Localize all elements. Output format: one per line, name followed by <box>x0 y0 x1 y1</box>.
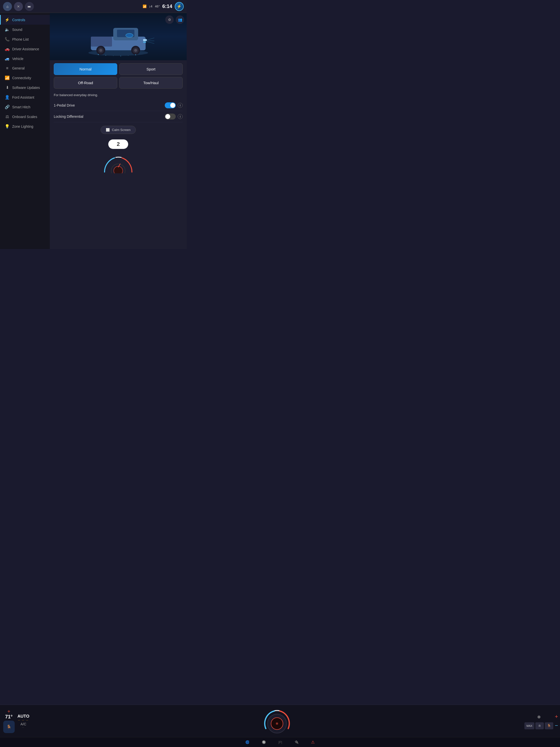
sidebar-item-hitch[interactable]: 🔗 Smart Hitch <box>0 102 50 112</box>
sidebar-label-lighting: Zone Lighting <box>12 125 33 128</box>
media-button[interactable]: ⏭ <box>25 2 34 11</box>
sidebar-label-vehicle: Vehicle <box>12 57 23 61</box>
sidebar-label-general: General <box>12 66 25 70</box>
svg-point-7 <box>99 49 102 52</box>
number-display-area: 2 <box>50 137 187 151</box>
driver-icon: 🚗 <box>5 47 10 51</box>
svg-line-16 <box>147 42 154 44</box>
svg-rect-4 <box>91 36 112 47</box>
fan-speed-arc <box>101 153 136 173</box>
sidebar-label-phone: Phone List <box>12 37 29 41</box>
hitch-icon: 🔗 <box>5 105 10 109</box>
onepedal-info-button[interactable]: ℹ <box>178 103 183 108</box>
svg-point-19 <box>113 55 113 56</box>
lockdiff-knob <box>165 114 170 119</box>
svg-point-22 <box>135 54 136 55</box>
top-bar-right: 📶 ↕4 46° 6:14 ⚡ <box>142 2 184 11</box>
svg-point-18 <box>106 55 106 56</box>
calm-screen-label: Calm Screen <box>112 128 130 132</box>
lockdiff-controls: ℹ <box>165 113 183 120</box>
time-display: 6:14 <box>162 3 172 9</box>
home-button[interactable]: ⌂ <box>3 2 12 11</box>
svg-point-21 <box>128 55 128 56</box>
vehicle-profile-button[interactable]: 👥 <box>176 16 184 24</box>
sidebar-item-controls[interactable]: ⚡ Controls <box>0 15 50 25</box>
sidebar-item-scales[interactable]: ⚖ Onboard Scales <box>0 112 50 122</box>
lockdiff-info-button[interactable]: ℹ <box>178 114 183 119</box>
vehicle-icon: 🚙 <box>5 56 10 61</box>
sidebar-label-sound: Sound <box>12 28 22 32</box>
mode-description: For balanced everyday driving. <box>50 92 187 100</box>
vehicle-icon-buttons: ⚙ 👥 <box>165 16 184 24</box>
sidebar-item-connectivity[interactable]: 📶 Connectivity <box>0 73 50 83</box>
sidebar-item-software[interactable]: ⬇ Software Updates <box>0 83 50 93</box>
toggle-row-onepedal: 1-Pedal Drive ℹ <box>54 100 183 111</box>
vehicle-settings-button[interactable]: ⚙ <box>165 16 174 24</box>
drive-mode-selector: Normal Sport Off-Road Tow/Haul <box>50 60 187 92</box>
connectivity-icon: 📶 <box>5 75 10 80</box>
sidebar-label-ford: Ford Assistant <box>12 95 34 99</box>
toggle-row-lockdiff: Locking Differential ℹ <box>54 111 183 122</box>
scales-icon: ⚖ <box>5 114 10 119</box>
vehicle-image-area: ⚙ 👥 <box>50 13 187 60</box>
sidebar-item-vehicle[interactable]: 🚙 Vehicle <box>0 54 50 63</box>
drive-mode-normal[interactable]: Normal <box>54 63 117 75</box>
calm-screen-button[interactable]: ⬜ Calm Screen <box>101 126 136 134</box>
profile-avatar[interactable]: ⚡ <box>175 2 184 11</box>
sidebar-item-driver[interactable]: 🚗 Driver Assistance <box>0 44 50 54</box>
onepedal-knob <box>170 103 175 108</box>
sidebar-item-phone[interactable]: 📞 Phone List <box>0 34 50 44</box>
drive-mode-offroad[interactable]: Off-Road <box>54 77 117 88</box>
software-icon: ⬇ <box>5 85 10 90</box>
svg-line-14 <box>147 38 154 40</box>
number-pill: 2 <box>108 139 128 149</box>
sidebar-label-connectivity: Connectivity <box>12 76 31 80</box>
sidebar-label-controls: Controls <box>12 18 25 22</box>
toggle-section: 1-Pedal Drive ℹ Locking Differential ℹ <box>50 100 187 122</box>
sidebar-item-lighting[interactable]: 💡 Zone Lighting <box>0 122 50 131</box>
svg-rect-12 <box>143 42 146 43</box>
svg-point-10 <box>134 49 137 52</box>
lockdiff-toggle[interactable] <box>165 113 176 120</box>
top-bar-left: ⌂ ✕ ⏭ <box>3 2 34 11</box>
lockdiff-label: Locking Differential <box>54 114 83 119</box>
drive-mode-sport[interactable]: Sport <box>119 63 183 75</box>
sidebar-label-hitch: Smart Hitch <box>12 105 30 109</box>
sidebar-item-ford[interactable]: 👤 Ford Assistant <box>0 93 50 102</box>
drive-mode-towhaul[interactable]: Tow/Haul <box>119 77 183 88</box>
sidebar-label-driver: Driver Assistance <box>12 47 39 51</box>
sound-icon: 🔈 <box>5 27 10 32</box>
temperature-display: 46° <box>155 4 160 8</box>
sidebar-item-general[interactable]: ≡ General <box>0 63 50 73</box>
svg-point-13 <box>126 33 133 37</box>
phone-icon: 📞 <box>5 37 10 42</box>
calm-screen-icon: ⬜ <box>106 128 110 132</box>
svg-rect-11 <box>143 39 147 41</box>
controls-icon: ⚡ <box>5 18 10 22</box>
main-content: ⚙ 👥 <box>50 13 187 249</box>
wifi-icon: 📶 <box>142 4 146 8</box>
svg-point-17 <box>98 54 99 55</box>
close-button[interactable]: ✕ <box>14 2 23 11</box>
ford-icon: 👤 <box>5 95 10 100</box>
onepedal-controls: ℹ <box>165 102 183 108</box>
lighting-icon: 💡 <box>5 124 10 129</box>
signal-indicator: ↕4 <box>149 4 153 8</box>
sidebar: ⚡ Controls 🔈 Sound 📞 Phone List 🚗 Driver… <box>0 13 50 249</box>
sidebar-label-scales: Onboard Scales <box>12 115 37 119</box>
onepedal-toggle[interactable] <box>165 102 176 108</box>
vehicle-illustration <box>81 17 156 56</box>
sidebar-label-software: Software Updates <box>12 86 40 89</box>
sidebar-item-sound[interactable]: 🔈 Sound <box>0 25 50 34</box>
general-icon: ≡ <box>5 66 10 71</box>
onepedal-label: 1-Pedal Drive <box>54 103 75 107</box>
calm-screen-area: ⬜ Calm Screen <box>50 122 187 137</box>
top-bar: ⌂ ✕ ⏭ 📶 ↕4 46° 6:14 ⚡ <box>0 0 187 13</box>
svg-point-20 <box>121 56 121 56</box>
